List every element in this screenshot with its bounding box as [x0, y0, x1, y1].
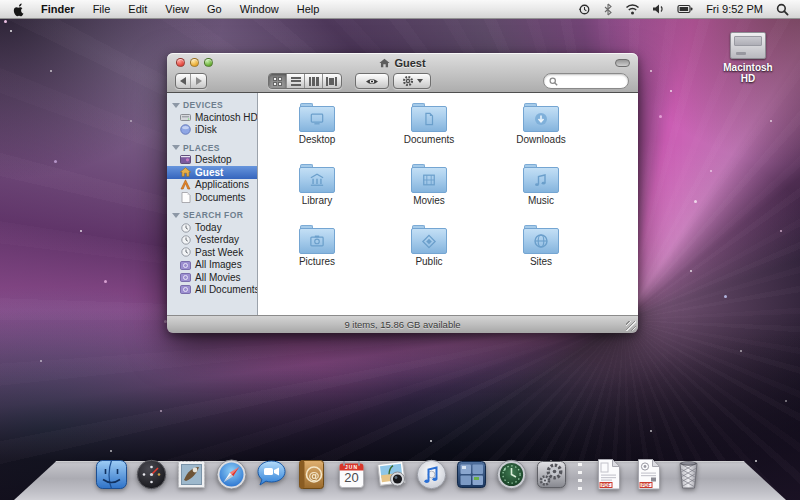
forward-button[interactable] — [191, 74, 206, 88]
folder-documents[interactable]: Documents — [373, 103, 485, 164]
dock-item-itunes[interactable] — [415, 458, 448, 491]
sidebar-item-all-images[interactable]: All Images — [167, 259, 257, 271]
smart-folder-icon — [180, 259, 191, 270]
dock-item-ichat[interactable] — [255, 458, 288, 491]
resize-grip[interactable] — [626, 321, 636, 331]
sidebar-item-all-documents[interactable]: All Documents — [167, 283, 257, 295]
folder-label: Downloads — [516, 134, 565, 145]
zoom-button[interactable] — [204, 58, 213, 67]
folder-movies[interactable]: Movies — [373, 164, 485, 225]
dock-item-mail[interactable] — [175, 458, 208, 491]
folder-label: Library — [302, 195, 333, 206]
dock-item-trash[interactable] — [672, 458, 705, 491]
music-folder-icon — [523, 164, 559, 193]
toolbar-toggle-button[interactable] — [615, 59, 630, 67]
sidebar-item-yesterday[interactable]: Yesterday — [167, 234, 257, 246]
battery-menu-icon[interactable] — [672, 4, 698, 14]
search-field[interactable] — [543, 73, 629, 89]
desktop-icon-macintosh-hd[interactable]: Macintosh HD — [716, 32, 780, 84]
clock-icon — [180, 222, 191, 233]
action-menu-button[interactable] — [393, 73, 431, 89]
dock-item-system-preferences[interactable] — [535, 458, 568, 491]
folder-downloads[interactable]: Downloads — [485, 103, 597, 164]
section-title: DEVICES — [183, 100, 223, 110]
dock-divider — [578, 463, 582, 491]
dock-item-iphoto[interactable] — [375, 458, 408, 491]
sidebar-item-label: Today — [195, 222, 222, 233]
sidebar-section-search-for[interactable]: SEARCH FOR — [167, 209, 257, 221]
sidebar-item-idisk[interactable]: iDisk — [167, 123, 257, 135]
hard-drive-icon — [730, 32, 766, 59]
folder-library[interactable]: Library — [261, 164, 373, 225]
sidebar-item-desktop[interactable]: Desktop — [167, 154, 257, 166]
menu-item-window[interactable]: Window — [231, 0, 288, 18]
wifi-menu-icon[interactable] — [620, 3, 645, 15]
sidebar-section-devices[interactable]: DEVICES — [167, 99, 257, 111]
disclosure-triangle-icon — [172, 145, 180, 150]
clock-icon — [180, 234, 191, 245]
folder-pictures[interactable]: Pictures — [261, 225, 373, 286]
menu-item-finder[interactable]: Finder — [32, 0, 84, 18]
folder-sites[interactable]: Sites — [485, 225, 597, 286]
sidebar-item-all-movies[interactable]: All Movies — [167, 271, 257, 283]
apple-menu[interactable] — [0, 2, 32, 17]
menu-item-view[interactable]: View — [156, 0, 198, 18]
menu-item-edit[interactable]: Edit — [119, 0, 156, 18]
window-titlebar[interactable]: Guest — [167, 53, 638, 72]
spotlight-icon[interactable] — [771, 3, 794, 16]
menu-item-go[interactable]: Go — [198, 0, 231, 18]
quick-look-button[interactable] — [355, 73, 389, 89]
sidebar-item-applications[interactable]: Applications — [167, 179, 257, 191]
icon-view-button[interactable] — [269, 74, 287, 88]
disclosure-triangle-icon — [172, 103, 180, 108]
menu-item-help[interactable]: Help — [288, 0, 329, 18]
window-controls — [176, 58, 213, 67]
folder-label: Sites — [530, 256, 552, 267]
document-icon — [180, 192, 191, 203]
sidebar-item-label: Past Week — [195, 247, 243, 258]
folder-desktop[interactable]: Desktop — [261, 103, 373, 164]
desktop-root: { "menubar": { "app_menu": "Finder", "it… — [0, 0, 800, 500]
dock-item-safari[interactable] — [215, 458, 248, 491]
folder-public[interactable]: Public — [373, 225, 485, 286]
clock-icon — [180, 247, 191, 258]
sidebar-item-macintosh-hd[interactable]: Macintosh HD — [167, 111, 257, 123]
dock-item-ical[interactable]: JUN 20 — [335, 458, 368, 491]
sidebar-item-guest[interactable]: Guest — [167, 166, 257, 178]
list-view-button[interactable] — [287, 74, 305, 88]
menu-item-file[interactable]: File — [84, 0, 120, 18]
window-title-text: Guest — [394, 57, 425, 69]
dock-item-finder[interactable] — [95, 458, 128, 491]
dashboard-icon — [135, 458, 168, 491]
applications-icon — [180, 179, 191, 190]
volume-menu-icon[interactable] — [647, 3, 670, 15]
window-toolbar — [167, 72, 638, 93]
search-input[interactable] — [561, 76, 621, 87]
desktop-places-icon — [180, 154, 191, 165]
disclosure-triangle-icon — [172, 213, 180, 218]
sidebar-item-documents[interactable]: Documents — [167, 191, 257, 203]
sidebar-item-label: All Movies — [195, 272, 241, 283]
finder-content-area: Desktop Documents Downloads Library Movi… — [258, 93, 638, 315]
column-view-button[interactable] — [305, 74, 323, 88]
column-view-icon — [309, 77, 319, 86]
bluetooth-menu-icon[interactable] — [598, 3, 618, 16]
close-button[interactable] — [176, 58, 185, 67]
menu-bar-clock[interactable]: Fri 9:52 PM — [700, 3, 769, 15]
dock-item-address-book[interactable]: @ — [295, 458, 328, 491]
sidebar-item-past-week[interactable]: Past Week — [167, 246, 257, 258]
time-machine-menu-icon[interactable] — [573, 3, 596, 16]
dock-item-spaces[interactable] — [455, 458, 488, 491]
sidebar-item-today[interactable]: Today — [167, 221, 257, 233]
dock-item-time-machine[interactable] — [495, 458, 528, 491]
dock-item-pdf-document-2[interactable]: PDF — [632, 458, 665, 491]
icon-view-icon — [273, 77, 282, 86]
minimize-button[interactable] — [190, 58, 199, 67]
sidebar-section-places[interactable]: PLACES — [167, 142, 257, 154]
dock-item-pdf-document[interactable]: PDF — [592, 458, 625, 491]
dock-item-dashboard[interactable] — [135, 458, 168, 491]
folder-music[interactable]: Music — [485, 164, 597, 225]
idisk-globe-icon — [180, 124, 191, 135]
coverflow-view-button[interactable] — [323, 74, 341, 88]
back-button[interactable] — [176, 74, 191, 88]
